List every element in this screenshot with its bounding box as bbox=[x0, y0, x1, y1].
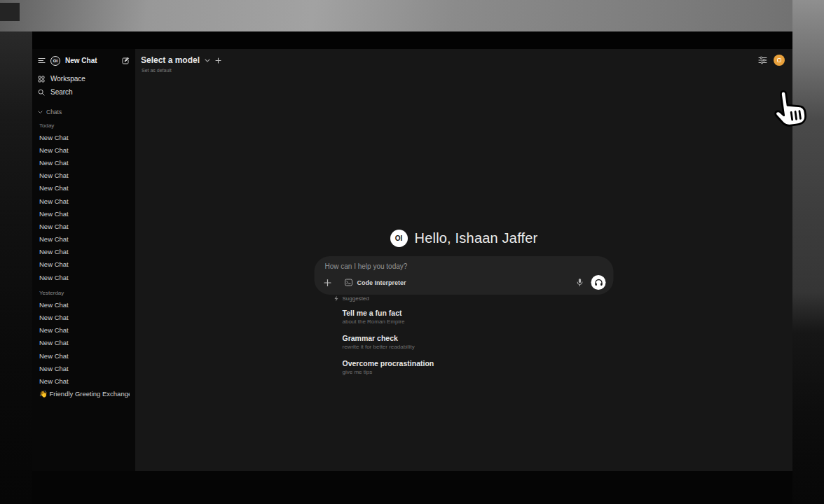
attach-plus-icon[interactable] bbox=[324, 279, 332, 287]
model-selector-label: Select a model bbox=[141, 55, 200, 65]
sidebar-item-label: Workspace bbox=[50, 75, 85, 83]
terminal-icon bbox=[345, 279, 353, 286]
app-top-black-bar bbox=[32, 31, 792, 49]
background-top-band bbox=[0, 0, 824, 31]
chat-list-yesterday: New Chat New Chat New Chat New Chat New … bbox=[38, 298, 130, 400]
chat-list-item[interactable]: New Chat bbox=[38, 182, 130, 195]
chats-section-header[interactable]: Chats bbox=[38, 108, 130, 116]
chat-title: New Chat bbox=[39, 146, 69, 154]
headphones-icon bbox=[594, 279, 603, 286]
microphone-icon[interactable] bbox=[577, 278, 584, 287]
app-window: OI New Chat Workspace Search bbox=[32, 31, 792, 471]
chat-list-item[interactable]: New Chat bbox=[38, 156, 130, 169]
main-area: Select a model Set as default OI Hello, … bbox=[135, 49, 792, 471]
code-interpreter-toggle[interactable]: Code Interpreter bbox=[345, 279, 406, 286]
message-composer: Code Interpreter bbox=[315, 256, 614, 295]
chat-list-item[interactable]: New Chat bbox=[38, 169, 130, 182]
chat-list-item[interactable]: New Chat bbox=[38, 324, 130, 337]
chat-title: New Chat bbox=[39, 235, 69, 243]
chat-list-item[interactable]: New Chat bbox=[38, 195, 130, 207]
chat-title: New Chat bbox=[39, 339, 69, 346]
grid-icon bbox=[38, 76, 45, 83]
chat-list-item[interactable]: New Chat bbox=[38, 362, 130, 374]
chat-list-item[interactable]: New Chat bbox=[38, 220, 130, 232]
chats-section-label: Chats bbox=[46, 108, 62, 115]
chat-list-item[interactable]: New Chat bbox=[38, 349, 130, 362]
chat-title: New Chat bbox=[39, 260, 69, 268]
chat-title: New Chat bbox=[39, 248, 69, 255]
prompt-title: Grammar check bbox=[343, 334, 614, 342]
suggested-label: Suggested bbox=[343, 295, 369, 302]
sparkle-bolt-icon bbox=[334, 295, 339, 302]
chat-list-item[interactable]: New Chat bbox=[38, 271, 130, 284]
suggested-prompt[interactable]: Overcome procrastination give me tips bbox=[343, 359, 614, 375]
model-selector[interactable]: Select a model bbox=[141, 55, 221, 65]
chat-title: New Chat bbox=[39, 172, 69, 179]
chat-list-item[interactable]: New Chat bbox=[38, 311, 130, 323]
chat-title: New Chat bbox=[39, 377, 69, 385]
code-interpreter-label: Code Interpreter bbox=[357, 279, 406, 286]
prompt-subtitle: rewrite it for better readability bbox=[343, 344, 614, 350]
chat-title: New Chat bbox=[39, 223, 69, 230]
chat-list-item[interactable]: New Chat bbox=[38, 207, 130, 220]
background-corner-shape bbox=[0, 3, 20, 21]
prompt-subtitle: about the Roman Empire bbox=[343, 318, 614, 325]
new-chat-icon[interactable] bbox=[121, 57, 130, 65]
user-avatar[interactable] bbox=[774, 55, 785, 66]
sidebar-nav: Workspace Search bbox=[38, 72, 130, 99]
chevron-down-icon bbox=[38, 111, 43, 114]
chat-title: New Chat bbox=[39, 184, 69, 192]
chat-title: New Chat bbox=[39, 134, 69, 141]
chat-title: New Chat bbox=[39, 159, 69, 167]
chevron-down-icon bbox=[205, 59, 210, 62]
chat-list-item[interactable]: New Chat bbox=[38, 233, 130, 246]
suggested-list: Tell me a fun fact about the Roman Empir… bbox=[315, 309, 614, 375]
greeting-block: OI Hello, Ishaan Jaffer bbox=[135, 230, 792, 247]
greeting-text: Hello, Ishaan Jaffer bbox=[415, 230, 538, 246]
sidebar-item-workspace[interactable]: Workspace bbox=[38, 72, 130, 85]
chat-list-item[interactable]: 👋 Friendly Greeting Exchange bbox=[38, 388, 130, 400]
suggested-prompt[interactable]: Grammar check rewrite it for better read… bbox=[343, 334, 614, 350]
voice-call-button[interactable] bbox=[591, 275, 606, 290]
chat-list-today: New Chat New Chat New Chat New Chat New … bbox=[38, 131, 130, 284]
set-as-default-link[interactable]: Set as default bbox=[142, 68, 172, 73]
chat-list-item[interactable]: New Chat bbox=[38, 337, 130, 349]
composer-controls: Code Interpreter bbox=[324, 275, 606, 290]
chat-list-item[interactable]: New Chat bbox=[38, 144, 130, 156]
avatar-glyph bbox=[777, 58, 781, 62]
sidebar-toggle-icon[interactable] bbox=[38, 57, 46, 64]
chat-title: 👋 Friendly Greeting Exchange bbox=[39, 390, 130, 398]
prompt-title: Tell me a fun fact bbox=[343, 309, 614, 317]
chat-title: New Chat bbox=[39, 352, 69, 360]
header-actions bbox=[758, 55, 785, 66]
suggested-header: Suggested bbox=[334, 295, 614, 302]
sidebar-header: OI New Chat bbox=[38, 55, 130, 66]
chat-title: New Chat bbox=[39, 274, 69, 281]
chat-list-item[interactable]: New Chat bbox=[38, 374, 130, 387]
chat-group-label-today: Today bbox=[39, 122, 130, 129]
chat-title: New Chat bbox=[39, 301, 69, 309]
message-input[interactable] bbox=[325, 262, 556, 275]
add-model-icon[interactable] bbox=[215, 57, 221, 64]
chat-list-item[interactable]: New Chat bbox=[38, 258, 130, 271]
controls-sliders-icon[interactable] bbox=[758, 56, 767, 64]
app-logo-light: OI bbox=[390, 230, 408, 247]
chat-title: New Chat bbox=[39, 365, 69, 372]
chat-list-item[interactable]: New Chat bbox=[38, 131, 130, 144]
app-logo: OI bbox=[50, 56, 60, 66]
suggested-prompts: Suggested Tell me a fun fact about the R… bbox=[315, 295, 614, 375]
chat-list-item[interactable]: New Chat bbox=[38, 298, 130, 311]
suggested-prompt[interactable]: Tell me a fun fact about the Roman Empir… bbox=[343, 309, 614, 325]
sidebar-title: New Chat bbox=[65, 57, 116, 64]
prompt-title: Overcome procrastination bbox=[343, 359, 614, 368]
chat-title: New Chat bbox=[39, 314, 69, 321]
chat-title: New Chat bbox=[39, 326, 69, 334]
sidebar-item-search[interactable]: Search bbox=[38, 85, 130, 99]
sidebar-item-label: Search bbox=[50, 88, 73, 96]
background-bottom-band bbox=[32, 471, 792, 504]
chat-list-item[interactable]: New Chat bbox=[38, 246, 130, 258]
background-right-band bbox=[792, 0, 824, 504]
chat-title: New Chat bbox=[39, 197, 69, 205]
background-left-band bbox=[0, 31, 32, 504]
chat-group-label-yesterday: Yesterday bbox=[39, 290, 130, 296]
